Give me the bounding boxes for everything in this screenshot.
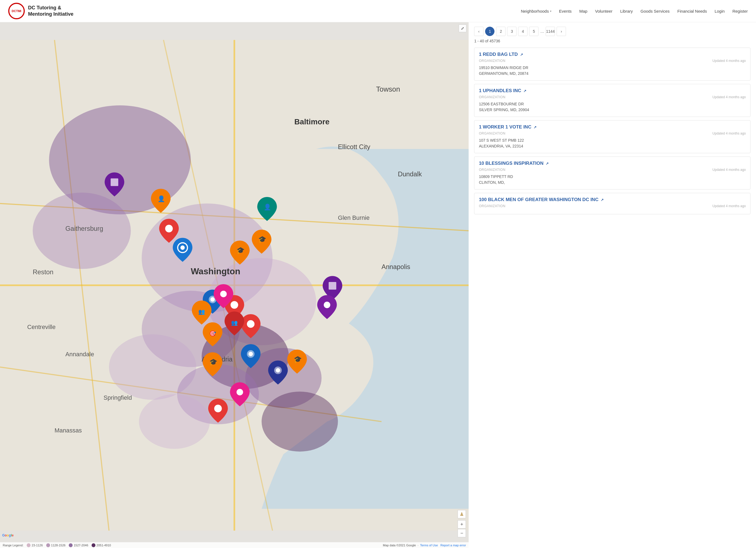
result-type-4: ORGANIZATION	[479, 204, 505, 208]
svg-text:Baltimore: Baltimore	[294, 117, 329, 126]
map-canvas: Towson Dundalk Baltimore Gaithersburg El…	[0, 22, 469, 548]
svg-text:🎓: 🎓	[294, 355, 302, 363]
external-link-icon-0: ↗	[520, 53, 523, 57]
result-title-3[interactable]: 10 BLESSINGS INSPIRATION ↗	[479, 161, 746, 166]
svg-rect-49	[111, 178, 118, 186]
svg-text:Gaithersburg: Gaithersburg	[65, 225, 103, 232]
legend-item-1: 23-1126	[27, 543, 43, 547]
svg-text:Manassas: Manassas	[54, 427, 82, 434]
street-view-button[interactable]: ♟	[458, 510, 466, 518]
svg-point-16	[139, 394, 210, 449]
svg-point-48	[237, 389, 243, 396]
pagination-next[interactable]: ›	[557, 27, 566, 36]
svg-point-41	[210, 298, 215, 302]
terms-link[interactable]: Terms of Use	[420, 544, 438, 547]
result-meta-2: ORGANIZATION Updated 4 months ago	[479, 131, 746, 135]
svg-text:Springfield: Springfield	[104, 394, 132, 401]
pagination-page-2[interactable]: 2	[496, 27, 505, 36]
pagination-page-5[interactable]: 5	[529, 27, 538, 36]
external-link-icon-1: ↗	[523, 89, 526, 93]
svg-point-43	[249, 352, 253, 356]
zoom-in-button[interactable]: +	[458, 520, 466, 528]
result-updated-2: Updated 4 months ago	[713, 131, 746, 135]
nav-financial-needs[interactable]: Financial Needs	[677, 9, 707, 13]
result-meta-0: ORGANIZATION Updated 4 months ago	[479, 59, 746, 63]
svg-text:Washington: Washington	[191, 266, 240, 276]
svg-point-17	[262, 392, 338, 451]
logo-icon: DCTMI	[8, 3, 25, 19]
pagination-page-3[interactable]: 3	[507, 27, 516, 36]
result-card-4: 100 BLACK MEN OF GREATER WASHINGTON DC I…	[474, 193, 750, 214]
map-controls: ♟ + −	[458, 510, 466, 537]
legend-range-4: 2051-4910	[97, 544, 111, 547]
svg-point-34	[247, 320, 255, 328]
report-link[interactable]: Report a map error	[440, 544, 466, 547]
svg-text:🎓: 🎓	[237, 246, 245, 254]
fullscreen-button[interactable]: ⤢	[459, 24, 466, 32]
legend-range-1: 23-1126	[32, 544, 43, 547]
legend-item-3: 1527-2046	[69, 543, 88, 547]
result-type-3: ORGANIZATION	[479, 168, 505, 172]
pagination-page-4[interactable]: 4	[518, 27, 527, 36]
pagination-page-1[interactable]: 1	[485, 27, 494, 36]
svg-point-54	[324, 302, 330, 308]
result-meta-1: ORGANIZATION Updated 4 months ago	[479, 95, 746, 99]
chevron-down-icon: ▾	[550, 10, 551, 13]
svg-text:👤: 👤	[158, 195, 165, 202]
svg-text:Ellicott City: Ellicott City	[338, 143, 370, 150]
svg-text:🎓: 🎓	[209, 358, 218, 366]
nav-volunteer[interactable]: Volunteer	[595, 9, 612, 13]
svg-text:Towson: Towson	[376, 85, 400, 93]
external-link-icon-2: ↗	[534, 125, 537, 129]
header: DCTMI DC Tutoring &Mentoring Initiative …	[0, 0, 756, 22]
zoom-out-button[interactable]: −	[458, 529, 466, 537]
pagination-prev[interactable]: ‹	[474, 27, 483, 36]
nav-register[interactable]: Register	[732, 9, 748, 13]
result-meta-4: ORGANIZATION Updated 4 months ago	[479, 204, 746, 208]
svg-text:Annapolis: Annapolis	[381, 263, 410, 270]
nav-library[interactable]: Library	[620, 9, 633, 13]
legend-dot-4	[92, 543, 95, 547]
svg-point-47	[220, 291, 227, 298]
svg-text:👤: 👤	[264, 203, 271, 211]
pagination-dots: …	[540, 29, 544, 34]
result-updated-1: Updated 4 months ago	[713, 95, 746, 99]
map-area[interactable]: Towson Dundalk Baltimore Gaithersburg El…	[0, 22, 469, 548]
external-link-icon-3: ↗	[546, 161, 549, 166]
nav-goods-services[interactable]: Goods Services	[640, 9, 670, 13]
pagination-last[interactable]: 1144	[546, 27, 555, 36]
result-meta-3: ORGANIZATION Updated 4 months ago	[479, 168, 746, 172]
result-updated-4: Updated 4 months ago	[713, 204, 746, 208]
result-title-4[interactable]: 100 BLACK MEN OF GREATER WASHINGTON DC I…	[479, 197, 746, 202]
logo-title: DC Tutoring &Mentoring Initiative	[28, 5, 73, 18]
legend-dot-3	[69, 543, 73, 547]
svg-text:🎓: 🎓	[258, 235, 266, 243]
result-updated-0: Updated 4 months ago	[713, 59, 746, 63]
result-card-3: 10 BLESSINGS INSPIRATION ↗ ORGANIZATION …	[474, 156, 750, 189]
nav-login[interactable]: Login	[714, 9, 725, 13]
legend-dot-2	[46, 543, 50, 547]
main-nav: Neighborhoods ▾ Events Map Volunteer Lib…	[521, 9, 748, 13]
svg-point-33	[230, 301, 238, 309]
map-attribution: Map data ©2021 Google · Terms of Use Rep…	[383, 544, 466, 547]
nav-events[interactable]: Events	[559, 9, 572, 13]
legend-item-2: 1128-1526	[46, 543, 66, 547]
result-address-1: 12506 EASTBOURNE DR SILVER SPRING, MD, 2…	[479, 101, 746, 113]
nav-neighborhoods[interactable]: Neighborhoods ▾	[521, 9, 551, 13]
result-card-1: 1 UPHANDLES INC ↗ ORGANIZATION Updated 4…	[474, 84, 750, 117]
logo-area: DCTMI DC Tutoring &Mentoring Initiative	[8, 3, 73, 19]
range-legend-label: Range Legend:	[3, 544, 23, 547]
results-count: 1 - 40 of 45736	[474, 39, 750, 43]
result-title-1[interactable]: 1 UPHANDLES INC ↗	[479, 88, 746, 93]
result-card-2: 1 WORKER 1 VOTE INC ↗ ORGANIZATION Updat…	[474, 120, 750, 153]
pagination: ‹ 1 2 3 4 5 … 1144 ›	[474, 27, 750, 36]
svg-point-32	[165, 225, 173, 232]
nav-map[interactable]: Map	[579, 9, 587, 13]
result-title-2[interactable]: 1 WORKER 1 VOTE INC ↗	[479, 124, 746, 130]
svg-point-53	[180, 245, 185, 250]
google-logo: Google	[2, 533, 13, 537]
svg-rect-50	[329, 282, 336, 290]
result-card-0: 1 REDD BAG LTD ↗ ORGANIZATION Updated 4 …	[474, 48, 750, 81]
result-type-1: ORGANIZATION	[479, 95, 505, 99]
result-title-0[interactable]: 1 REDD BAG LTD ↗	[479, 52, 746, 57]
